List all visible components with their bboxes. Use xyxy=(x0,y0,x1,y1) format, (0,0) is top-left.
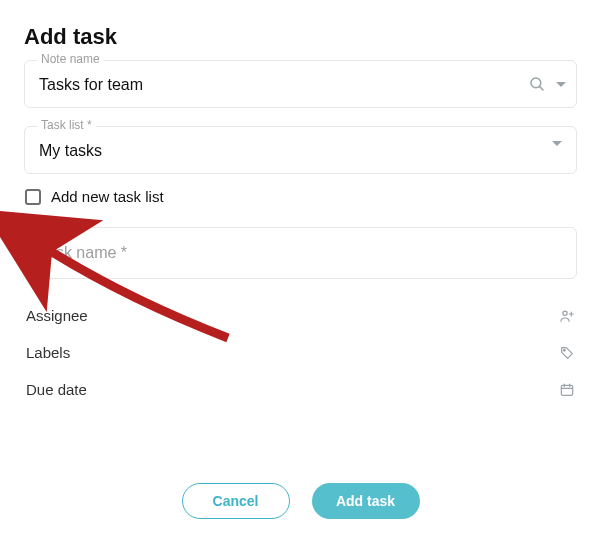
svg-point-2 xyxy=(563,311,567,315)
labels-label: Labels xyxy=(26,344,70,361)
dialog-footer: Cancel Add task xyxy=(0,473,601,529)
assignee-row[interactable]: Assignee xyxy=(24,297,577,334)
add-task-button[interactable]: Add task xyxy=(312,483,420,519)
chevron-down-icon[interactable] xyxy=(556,82,566,87)
checkbox-icon[interactable] xyxy=(25,189,41,205)
svg-rect-6 xyxy=(561,385,572,395)
due-date-row[interactable]: Due date xyxy=(24,371,577,408)
note-name-value: Tasks for team xyxy=(39,73,562,97)
meta-section: Assignee Labels Due date xyxy=(24,297,577,408)
task-list-field[interactable]: Task list * My tasks xyxy=(24,126,577,174)
assignee-label: Assignee xyxy=(26,307,88,324)
due-date-label: Due date xyxy=(26,381,87,398)
dialog-title: Add task xyxy=(24,24,577,50)
chevron-down-icon[interactable] xyxy=(552,141,562,146)
calendar-icon[interactable] xyxy=(559,382,575,398)
task-list-label: Task list * xyxy=(37,118,96,132)
add-new-task-list-row[interactable]: Add new task list xyxy=(24,188,577,205)
search-icon[interactable] xyxy=(528,75,546,93)
svg-point-5 xyxy=(563,349,565,351)
note-name-field[interactable]: Note name Tasks for team xyxy=(24,60,577,108)
required-mark: * xyxy=(121,244,127,261)
add-new-task-list-label: Add new task list xyxy=(51,188,164,205)
cancel-button[interactable]: Cancel xyxy=(182,483,290,519)
note-name-label: Note name xyxy=(37,52,104,66)
person-add-icon[interactable] xyxy=(559,308,575,324)
svg-line-1 xyxy=(539,86,543,90)
labels-row[interactable]: Labels xyxy=(24,334,577,371)
tag-icon[interactable] xyxy=(559,345,575,361)
task-name-placeholder: Task name xyxy=(39,244,116,261)
task-list-value: My tasks xyxy=(39,139,562,163)
task-name-field[interactable]: Task name * xyxy=(24,227,577,279)
